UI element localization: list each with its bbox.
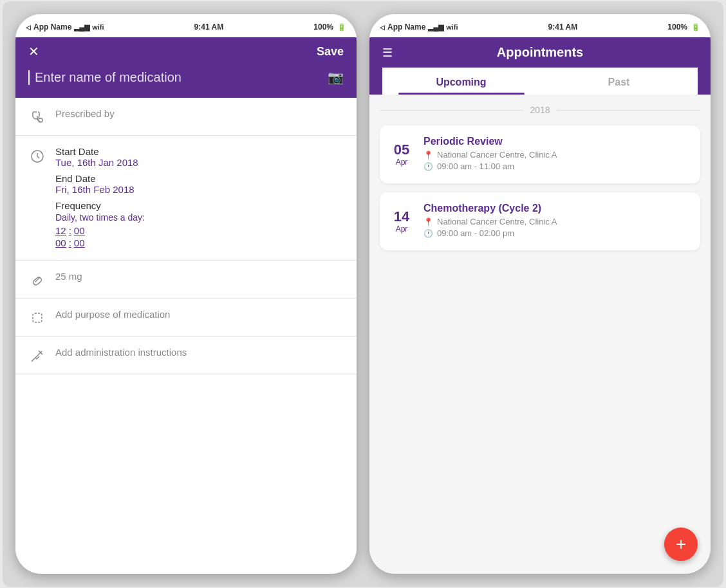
instructions-row[interactable]: Add administration instructions [15, 336, 357, 374]
instructions-label: Add administration instructions [55, 347, 187, 358]
battery-percent-right: 100% [667, 23, 687, 32]
time1-row[interactable]: 12 : 00 [55, 225, 344, 236]
time2-row[interactable]: 00 : 00 [55, 237, 344, 248]
end-date-label: End Date [55, 173, 344, 184]
time2-minute[interactable]: 00 [74, 237, 85, 248]
battery-percent-left: 100% [313, 23, 333, 32]
stethoscope-icon [28, 108, 46, 125]
svg-rect-2 [32, 276, 42, 286]
prescribed-by-row[interactable]: Prescribed by [15, 98, 357, 136]
time2-hour[interactable]: 00 [55, 237, 66, 248]
app-name-left: App Name [33, 23, 71, 32]
time1-minute[interactable]: 00 [74, 225, 85, 236]
appt-name-1: Periodic Review [424, 136, 690, 147]
med-form-header: ✕ Save Enter name of medication 📷 [15, 37, 357, 98]
time-left: 9:41 AM [194, 23, 224, 32]
save-button[interactable]: Save [317, 45, 344, 59]
add-appointment-fab[interactable]: + [664, 528, 698, 561]
camera-icon[interactable]: 📷 [328, 69, 344, 85]
clock-icon [28, 146, 46, 164]
time-right: 9:41 AM [548, 23, 578, 32]
appt-body: 2018 05 Apr Periodic Review 📍 National C… [369, 95, 711, 574]
clock-icon-1: 🕐 [424, 162, 433, 171]
dosage-label: 25 mg [55, 271, 82, 282]
appt-time-1: 🕐 09:00 am - 11:00 am [424, 161, 690, 171]
back-chevron-icon: ◁ [26, 24, 31, 31]
hamburger-icon[interactable]: ☰ [382, 46, 393, 60]
tab-past[interactable]: Past [540, 68, 698, 95]
year-label: 2018 [530, 105, 550, 115]
status-bar-right: ◁ App Name ▂▄▆ wifi 9:41 AM 100% 🔋 [369, 14, 711, 37]
start-date-value[interactable]: Tue, 16th Jan 2018 [55, 157, 344, 168]
appt-month-1: Apr [396, 158, 408, 167]
frequency-label: Frequency [55, 200, 344, 211]
appt-day-2: 14 [394, 209, 409, 225]
location-icon-1: 📍 [424, 151, 433, 160]
wifi-icon: wifi [92, 23, 104, 31]
appt-tabs: Upcoming Past [382, 68, 698, 95]
appt-date-1: 05 Apr [390, 136, 413, 173]
appointment-card-2[interactable]: 14 Apr Chemotherapy (Cycle 2) 📍 National… [380, 192, 700, 250]
time1-hour[interactable]: 12 [55, 225, 66, 236]
appt-name-2: Chemotherapy (Cycle 2) [424, 203, 690, 214]
purpose-label: Add purpose of medication [55, 309, 170, 320]
clock-icon-2: 🕐 [424, 229, 433, 238]
appt-location-2: 📍 National Cancer Centre, Clinic A [424, 217, 690, 226]
date-frequency-row: Start Date Tue, 16th Jan 2018 End Date F… [15, 136, 357, 261]
appt-time-2: 🕐 09:00 am - 02:00 pm [424, 228, 690, 238]
end-date-value[interactable]: Fri, 16th Feb 2018 [55, 184, 344, 195]
appt-month-2: Apr [396, 225, 408, 234]
frequency-value: Daily, two times a day: [55, 212, 344, 223]
appointment-card-1[interactable]: 05 Apr Periodic Review 📍 National Cancer… [380, 125, 700, 183]
med-form-body: Prescribed by Start Date Tue, 16th Jan 2… [15, 98, 357, 574]
signal-icon-right: ▂▄▆ [428, 23, 443, 32]
back-chevron-icon-right: ◁ [380, 24, 385, 31]
appt-details-2: Chemotherapy (Cycle 2) 📍 National Cancer… [424, 203, 690, 240]
pill-icon [28, 271, 46, 288]
appt-location-1: 📍 National Cancer Centre, Clinic A [424, 150, 690, 160]
location-icon-2: 📍 [424, 217, 433, 226]
status-bar-left: ◁ App Name ▂▄▆ wifi 9:41 AM 100% 🔋 [15, 14, 357, 37]
battery-icon-right: 🔋 [691, 23, 700, 32]
appointments-title: Appointments [497, 45, 583, 60]
medication-name-input[interactable]: Enter name of medication [28, 70, 321, 85]
dosage-row[interactable]: 25 mg [15, 261, 357, 299]
appt-details-1: Periodic Review 📍 National Cancer Centre… [424, 136, 690, 173]
purpose-icon [28, 309, 46, 326]
syringe-icon [28, 347, 46, 363]
wifi-icon-right: wifi [446, 23, 458, 31]
appt-header: ☰ Appointments Upcoming Past [369, 37, 711, 95]
start-date-label: Start Date [55, 146, 344, 157]
tab-upcoming[interactable]: Upcoming [382, 68, 540, 95]
appt-day-1: 05 [394, 142, 409, 158]
purpose-row[interactable]: Add purpose of medication [15, 299, 357, 336]
battery-icon-left: 🔋 [337, 23, 346, 32]
close-button[interactable]: ✕ [28, 44, 39, 59]
appt-date-2: 14 Apr [390, 203, 413, 240]
prescribed-by-label: Prescribed by [55, 108, 115, 119]
app-name-right: App Name [387, 23, 425, 32]
svg-rect-4 [33, 313, 42, 322]
year-divider: 2018 [380, 105, 700, 115]
signal-icon: ▂▄▆ [74, 23, 89, 32]
